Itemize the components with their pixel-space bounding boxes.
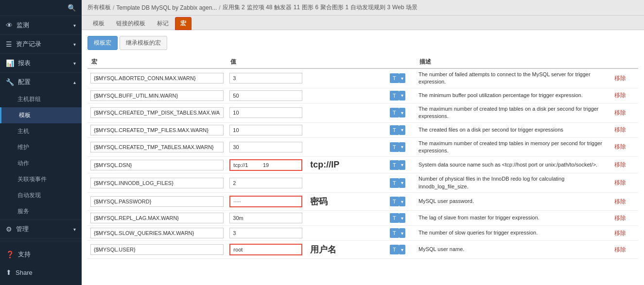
sidebar-search[interactable]: 🔍	[0, 0, 82, 16]
sidebar-item-reports[interactable]: 📊 报表 ▾	[0, 54, 82, 72]
macro-name-input[interactable]	[90, 160, 224, 170]
macro-value-input[interactable]	[229, 73, 302, 84]
macro-name-input[interactable]	[90, 228, 224, 238]
type-button[interactable]: T	[390, 73, 399, 83]
type-button[interactable]: T	[390, 228, 399, 238]
chevron-down-icon: ▾	[73, 42, 76, 47]
macro-name-input[interactable]	[90, 213, 224, 223]
type-button[interactable]: T	[390, 178, 399, 188]
sidebar-item-assets[interactable]: ☰ 资产记录 ▾	[0, 35, 82, 53]
breadcrumb-tab-graphs[interactable]: 图形 6	[302, 3, 318, 12]
type-dropdown-button[interactable]: ▾	[399, 125, 405, 135]
top-bar: 所有模板 / Template DB MySQL by Zabbix agen.…	[82, 0, 644, 16]
remove-link[interactable]: 移除	[612, 143, 628, 150]
remove-link[interactable]: 移除	[612, 126, 628, 133]
macro-value-input[interactable]	[229, 125, 302, 135]
macro-value-input[interactable]	[229, 107, 302, 118]
type-dropdown-button[interactable]: ▾	[399, 228, 405, 238]
macro-value-input[interactable]	[229, 228, 302, 238]
breadcrumb-tab-discovery-rules[interactable]: 自动发现规则 3	[350, 3, 390, 12]
remove-link[interactable]: 移除	[612, 109, 628, 116]
macro-value-input[interactable]	[229, 178, 302, 188]
macro-value-input[interactable]	[229, 213, 302, 223]
table-row: T▾Number of physical files in the InnoDB…	[87, 173, 638, 193]
macro-name-input[interactable]	[90, 244, 224, 255]
sidebar-item-monitor[interactable]: 👁 监测 ▾	[0, 16, 82, 34]
macro-value-input[interactable]	[229, 159, 302, 171]
type-dropdown-button[interactable]: ▾	[399, 160, 405, 170]
type-button[interactable]: T	[390, 213, 399, 223]
sidebar-item-maintenance[interactable]: 维护	[0, 139, 82, 155]
type-button[interactable]: T	[390, 125, 399, 135]
remove-link[interactable]: 移除	[612, 215, 628, 221]
macro-value-input[interactable]	[229, 244, 302, 255]
type-dropdown-button[interactable]: ▾	[399, 245, 405, 254]
sidebar-item-manage[interactable]: ⚙ 管理 ▾	[0, 220, 82, 238]
type-dropdown-button[interactable]: ▾	[399, 178, 405, 188]
sidebar-item-discovery[interactable]: 自动发现	[0, 187, 82, 203]
macro-name-input[interactable]	[90, 196, 224, 207]
breadcrumb-tab-compound-graphs[interactable]: 聚合图形 1	[320, 3, 348, 12]
sidebar-item-correlation[interactable]: 关联项事件	[0, 171, 82, 187]
macro-value-input[interactable]	[229, 142, 302, 152]
sidebar-item-support[interactable]: ❓ 支持	[0, 245, 82, 264]
tab-tags[interactable]: 标记	[152, 17, 174, 30]
type-dropdown-button[interactable]: ▾	[399, 73, 405, 83]
sidebar-item-services[interactable]: 服务	[0, 203, 82, 219]
macro-name-input[interactable]	[90, 107, 224, 118]
sub-tab-template-macros[interactable]: 模板宏	[87, 36, 118, 50]
type-dropdown-button[interactable]: ▾	[399, 142, 405, 152]
wrench-icon: 🔧	[6, 78, 14, 86]
breadcrumb-tab-monitors[interactable]: 监控项 48	[247, 3, 273, 12]
sidebar-section-manage: ⚙ 管理 ▾	[0, 220, 82, 239]
type-dropdown-button[interactable]: ▾	[399, 197, 405, 206]
tab-linked-templates[interactable]: 链接的模板	[111, 17, 151, 30]
remove-link[interactable]: 移除	[612, 246, 628, 253]
breadcrumb-sep-1: /	[113, 4, 114, 11]
sidebar-item-host-group[interactable]: 主机群组	[0, 91, 82, 107]
remove-link[interactable]: 移除	[612, 75, 628, 82]
breadcrumb-template-name[interactable]: Template DB MySQL by Zabbix agen...	[116, 4, 217, 11]
sidebar-item-hosts[interactable]: 主机	[0, 123, 82, 139]
breadcrumb-all-templates[interactable]: 所有模板	[87, 3, 111, 12]
macro-value-input[interactable]	[229, 196, 302, 207]
type-button[interactable]: T	[390, 91, 399, 101]
breadcrumb-sep-2: /	[219, 4, 220, 11]
table-row: T▾The lag of slave from master for trigg…	[87, 211, 638, 226]
type-button[interactable]: T	[390, 108, 399, 117]
breadcrumb-tab-apps[interactable]: 应用集 2	[223, 3, 245, 12]
type-dropdown-button[interactable]: ▾	[399, 91, 405, 101]
macro-name-input[interactable]	[90, 178, 224, 188]
sidebar-sub-items-config: 主机群组 模板 主机 维护 动作 关联项事件 自动发现 服务	[0, 91, 82, 219]
tab-macros[interactable]: 宏	[175, 17, 191, 30]
search-icon[interactable]: 🔍	[68, 4, 76, 12]
macro-name-input[interactable]	[90, 125, 224, 135]
breadcrumb-tab-web[interactable]: Web 场景	[392, 3, 418, 12]
remove-link[interactable]: 移除	[612, 198, 628, 205]
macro-name-input[interactable]	[90, 73, 224, 84]
breadcrumb-tab-triggers[interactable]: 触发器 11	[274, 3, 300, 12]
sidebar-item-config[interactable]: 🔧 配置 ▴	[0, 73, 82, 91]
sub-tab-inherited-macros[interactable]: 继承模板的宏	[120, 36, 167, 50]
sidebar-label-assets: 资产记录	[16, 40, 41, 49]
macro-name-input[interactable]	[90, 142, 224, 152]
type-button[interactable]: T	[390, 160, 399, 170]
value-cell	[229, 73, 384, 84]
remove-link[interactable]: 移除	[612, 161, 628, 168]
remove-link[interactable]: 移除	[612, 230, 628, 236]
macro-value-input[interactable]	[229, 90, 302, 101]
value-cell	[229, 90, 384, 101]
main-content: 所有模板 / Template DB MySQL by Zabbix agen.…	[82, 0, 644, 285]
tab-template[interactable]: 模板	[87, 17, 110, 30]
type-dropdown-button[interactable]: ▾	[399, 108, 405, 117]
type-button[interactable]: T	[390, 197, 399, 206]
remove-link[interactable]: 移除	[612, 179, 628, 186]
sidebar-item-share[interactable]: ⬆ Share	[0, 264, 82, 281]
sidebar-item-actions[interactable]: 动作	[0, 155, 82, 171]
remove-link[interactable]: 移除	[612, 92, 628, 99]
type-dropdown-button[interactable]: ▾	[399, 213, 405, 223]
type-button[interactable]: T	[390, 245, 399, 254]
macro-name-input[interactable]	[90, 90, 224, 101]
type-button[interactable]: T	[390, 142, 399, 152]
sidebar-item-templates[interactable]: 模板	[0, 107, 82, 123]
